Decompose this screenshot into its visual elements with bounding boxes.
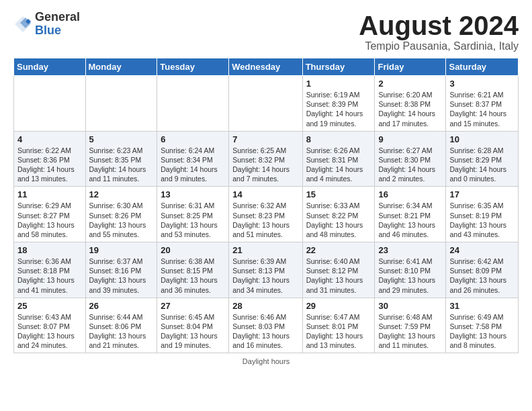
day-info: Sunrise: 6:29 AM Sunset: 8:27 PM Dayligh… — [17, 201, 82, 239]
day-cell: 27Sunrise: 6:45 AM Sunset: 8:04 PM Dayli… — [157, 298, 229, 353]
day-number: 16 — [378, 189, 442, 199]
day-cell: 25Sunrise: 6:43 AM Sunset: 8:07 PM Dayli… — [14, 298, 86, 353]
day-info: Sunrise: 6:36 AM Sunset: 8:18 PM Dayligh… — [17, 257, 82, 295]
week-row-3: 11Sunrise: 6:29 AM Sunset: 8:27 PM Dayli… — [14, 187, 519, 242]
day-cell: 16Sunrise: 6:34 AM Sunset: 8:21 PM Dayli… — [375, 187, 446, 242]
week-row-2: 4Sunrise: 6:22 AM Sunset: 8:36 PM Daylig… — [14, 131, 519, 187]
day-cell — [229, 76, 302, 132]
day-info: Sunrise: 6:26 AM Sunset: 8:31 PM Dayligh… — [306, 146, 371, 184]
day-info: Sunrise: 6:31 AM Sunset: 8:25 PM Dayligh… — [161, 201, 225, 239]
day-number: 22 — [306, 245, 371, 255]
col-header-friday: Friday — [375, 58, 446, 76]
footer-text: Daylight hours — [13, 357, 519, 365]
location-subtitle: Tempio Pausania, Sardinia, Italy — [359, 40, 519, 52]
day-cell: 30Sunrise: 6:48 AM Sunset: 7:59 PM Dayli… — [375, 298, 446, 353]
title-block: August 2024 Tempio Pausania, Sardinia, I… — [359, 11, 519, 52]
day-cell: 10Sunrise: 6:28 AM Sunset: 8:29 PM Dayli… — [446, 131, 519, 187]
logo-icon — [13, 15, 32, 34]
day-info: Sunrise: 6:38 AM Sunset: 8:15 PM Dayligh… — [161, 257, 225, 295]
day-info: Sunrise: 6:19 AM Sunset: 8:39 PM Dayligh… — [306, 90, 371, 128]
day-cell: 4Sunrise: 6:22 AM Sunset: 8:36 PM Daylig… — [14, 131, 86, 187]
day-number: 29 — [306, 301, 371, 311]
day-cell: 20Sunrise: 6:38 AM Sunset: 8:15 PM Dayli… — [157, 242, 229, 298]
logo-text: General Blue — [35, 11, 80, 38]
day-info: Sunrise: 6:48 AM Sunset: 7:59 PM Dayligh… — [378, 312, 442, 351]
day-cell: 29Sunrise: 6:47 AM Sunset: 8:01 PM Dayli… — [302, 298, 375, 353]
day-number: 18 — [17, 245, 82, 255]
day-cell: 17Sunrise: 6:35 AM Sunset: 8:19 PM Dayli… — [446, 187, 519, 242]
day-info: Sunrise: 6:45 AM Sunset: 8:04 PM Dayligh… — [161, 312, 225, 351]
day-info: Sunrise: 6:42 AM Sunset: 8:09 PM Dayligh… — [449, 257, 515, 295]
day-number: 4 — [17, 134, 82, 144]
day-cell: 12Sunrise: 6:30 AM Sunset: 8:26 PM Dayli… — [85, 187, 157, 242]
col-header-monday: Monday — [85, 58, 157, 76]
calendar-table: SundayMondayTuesdayWednesdayThursdayFrid… — [13, 58, 519, 353]
day-cell: 5Sunrise: 6:23 AM Sunset: 8:35 PM Daylig… — [85, 131, 157, 187]
day-number: 27 — [161, 301, 225, 311]
day-info: Sunrise: 6:49 AM Sunset: 7:58 PM Dayligh… — [449, 312, 515, 351]
day-cell: 11Sunrise: 6:29 AM Sunset: 8:27 PM Dayli… — [14, 187, 86, 242]
day-number: 2 — [378, 79, 442, 89]
col-header-sunday: Sunday — [14, 58, 86, 76]
logo: General Blue — [13, 11, 80, 38]
day-info: Sunrise: 6:21 AM Sunset: 8:37 PM Dayligh… — [449, 90, 515, 128]
day-cell: 3Sunrise: 6:21 AM Sunset: 8:37 PM Daylig… — [446, 76, 519, 132]
day-cell: 15Sunrise: 6:33 AM Sunset: 8:22 PM Dayli… — [302, 187, 375, 242]
day-cell: 7Sunrise: 6:25 AM Sunset: 8:32 PM Daylig… — [229, 131, 302, 187]
day-info: Sunrise: 6:22 AM Sunset: 8:36 PM Dayligh… — [17, 146, 82, 184]
day-cell: 8Sunrise: 6:26 AM Sunset: 8:31 PM Daylig… — [302, 131, 375, 187]
day-number: 31 — [449, 301, 515, 311]
day-cell: 9Sunrise: 6:27 AM Sunset: 8:30 PM Daylig… — [375, 131, 446, 187]
month-title: August 2024 — [359, 11, 519, 40]
day-info: Sunrise: 6:37 AM Sunset: 8:16 PM Dayligh… — [89, 257, 154, 295]
day-number: 5 — [89, 134, 154, 144]
day-number: 25 — [17, 301, 82, 311]
day-number: 12 — [89, 189, 154, 199]
day-number: 19 — [89, 245, 154, 255]
day-cell: 19Sunrise: 6:37 AM Sunset: 8:16 PM Dayli… — [85, 242, 157, 298]
day-info: Sunrise: 6:39 AM Sunset: 8:13 PM Dayligh… — [232, 257, 298, 295]
day-cell — [157, 76, 229, 132]
day-cell: 1Sunrise: 6:19 AM Sunset: 8:39 PM Daylig… — [302, 76, 375, 132]
day-cell: 28Sunrise: 6:46 AM Sunset: 8:03 PM Dayli… — [229, 298, 302, 353]
day-info: Sunrise: 6:28 AM Sunset: 8:29 PM Dayligh… — [449, 146, 515, 184]
col-header-tuesday: Tuesday — [157, 58, 229, 76]
day-number: 9 — [378, 134, 442, 144]
week-row-4: 18Sunrise: 6:36 AM Sunset: 8:18 PM Dayli… — [14, 242, 519, 298]
day-number: 24 — [449, 245, 515, 255]
day-number: 23 — [378, 245, 442, 255]
day-cell: 14Sunrise: 6:32 AM Sunset: 8:23 PM Dayli… — [229, 187, 302, 242]
logo-general-text: General — [35, 11, 80, 24]
day-cell: 23Sunrise: 6:41 AM Sunset: 8:10 PM Dayli… — [375, 242, 446, 298]
day-info: Sunrise: 6:40 AM Sunset: 8:12 PM Dayligh… — [306, 257, 371, 295]
day-cell — [85, 76, 157, 132]
day-cell: 18Sunrise: 6:36 AM Sunset: 8:18 PM Dayli… — [14, 242, 86, 298]
day-number: 8 — [306, 134, 371, 144]
day-cell: 22Sunrise: 6:40 AM Sunset: 8:12 PM Dayli… — [302, 242, 375, 298]
day-info: Sunrise: 6:23 AM Sunset: 8:35 PM Dayligh… — [89, 146, 154, 184]
day-number: 26 — [89, 301, 154, 311]
day-number: 28 — [232, 301, 298, 311]
day-number: 20 — [161, 245, 225, 255]
day-cell — [14, 76, 86, 132]
week-row-1: 1Sunrise: 6:19 AM Sunset: 8:39 PM Daylig… — [14, 76, 519, 132]
day-cell: 21Sunrise: 6:39 AM Sunset: 8:13 PM Dayli… — [229, 242, 302, 298]
col-header-thursday: Thursday — [302, 58, 375, 76]
day-info: Sunrise: 6:25 AM Sunset: 8:32 PM Dayligh… — [232, 146, 298, 184]
day-info: Sunrise: 6:44 AM Sunset: 8:06 PM Dayligh… — [89, 312, 154, 351]
day-cell: 31Sunrise: 6:49 AM Sunset: 7:58 PM Dayli… — [446, 298, 519, 353]
col-header-wednesday: Wednesday — [229, 58, 302, 76]
day-number: 14 — [232, 189, 298, 199]
day-info: Sunrise: 6:24 AM Sunset: 8:34 PM Dayligh… — [161, 146, 225, 184]
day-cell: 13Sunrise: 6:31 AM Sunset: 8:25 PM Dayli… — [157, 187, 229, 242]
day-info: Sunrise: 6:35 AM Sunset: 8:19 PM Dayligh… — [449, 201, 515, 239]
day-number: 7 — [232, 134, 298, 144]
day-number: 11 — [17, 189, 82, 199]
day-number: 6 — [161, 134, 225, 144]
day-number: 1 — [306, 79, 371, 89]
day-cell: 26Sunrise: 6:44 AM Sunset: 8:06 PM Dayli… — [85, 298, 157, 353]
day-number: 3 — [449, 79, 515, 89]
day-number: 15 — [306, 189, 371, 199]
day-number: 30 — [378, 301, 442, 311]
day-info: Sunrise: 6:43 AM Sunset: 8:07 PM Dayligh… — [17, 312, 82, 351]
